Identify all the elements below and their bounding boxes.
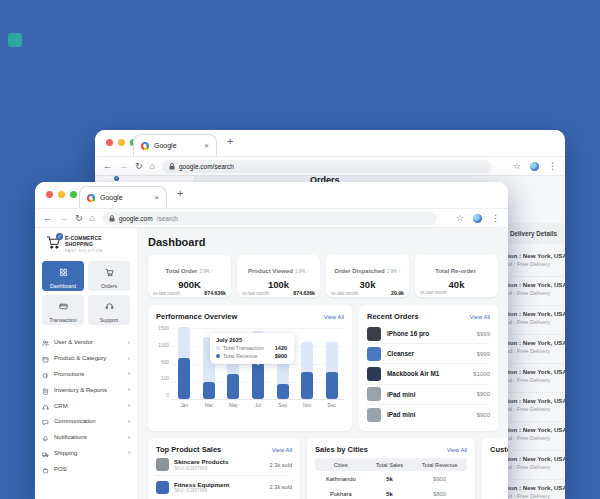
delivery-method: od : Free Delivery xyxy=(506,290,563,296)
stat-delta: 2.9% ↑ xyxy=(199,269,213,274)
sidebar-button-label: Transaction xyxy=(49,317,76,323)
delivery-method: od : Free Delivery xyxy=(506,464,563,470)
sidebar-item-user-vendor[interactable]: User & Vendor › xyxy=(42,335,130,351)
bookmark-star-icon[interactable]: ☆ xyxy=(513,162,521,171)
delivery-location: tion : New York, USA xyxy=(506,281,563,288)
delivery-location: tion : New York, USA xyxy=(506,426,563,433)
product-name: Mackbook Air M1 xyxy=(387,370,439,377)
delivery-method: od : Free Delivery xyxy=(506,406,563,412)
forward-nav-icon[interactable]: → xyxy=(59,214,68,223)
forward-nav-icon[interactable]: → xyxy=(119,162,128,171)
product-thumbnail xyxy=(156,458,169,471)
delivery-row: tion : New York, USA od : Free Delivery xyxy=(506,393,563,422)
performance-view-all-link[interactable]: View All xyxy=(324,314,344,320)
profile-avatar[interactable] xyxy=(530,162,539,171)
profile-avatar[interactable] xyxy=(473,214,482,223)
x-tick-label: May xyxy=(221,400,246,408)
delivery-method: od : Free Delivery xyxy=(506,319,563,325)
google-favicon-icon xyxy=(87,194,95,202)
product-name: Skincare Products xyxy=(174,458,228,465)
stat-note: vs.last month xyxy=(242,291,269,296)
browser-tab[interactable]: Google × xyxy=(79,186,167,208)
sidebar-button-support[interactable]: Support xyxy=(88,295,130,325)
url-path-text: /search xyxy=(157,215,178,222)
tab-close-icon[interactable]: × xyxy=(154,194,159,202)
url-bar[interactable]: google.com/search xyxy=(102,212,437,225)
tab-title: Google xyxy=(154,142,177,149)
close-window-button[interactable] xyxy=(46,191,53,198)
sales-by-cities-view-all-link[interactable]: View All xyxy=(447,447,467,453)
delivery-method: od : Free Delivery xyxy=(506,435,563,441)
stat-note-value: 20.9k xyxy=(391,290,404,296)
sidebar-button-transaction[interactable]: Transaction xyxy=(42,295,84,325)
product-name: Cleanser xyxy=(387,350,414,357)
delivery-location: tion : New York, USA xyxy=(506,484,563,491)
minimize-window-button[interactable] xyxy=(58,191,65,198)
sidebar-item-inventory-reports[interactable]: Inventory & Reports › xyxy=(42,382,130,398)
product-thumbnail xyxy=(367,408,381,422)
chart-y-axis: 150010005001000 xyxy=(156,328,172,400)
reload-icon[interactable]: ↻ xyxy=(135,162,143,171)
product-thumbnail xyxy=(367,367,381,381)
logo-check-badge: ✓ xyxy=(56,233,63,240)
home-icon[interactable]: ⌂ xyxy=(90,214,95,223)
tab-close-icon[interactable]: × xyxy=(204,142,209,150)
close-window-button[interactable] xyxy=(106,139,113,146)
sidebar-button-dashboard[interactable]: Dashboard xyxy=(42,261,84,291)
sidebar-item-label: Communication xyxy=(54,418,96,424)
sidebar-menu: User & Vendor › Product & Category › Pro… xyxy=(42,335,130,477)
minimize-window-button[interactable] xyxy=(118,139,125,146)
maximize-window-button[interactable] xyxy=(70,191,77,198)
stat-label: Total Re-order xyxy=(435,268,476,274)
sidebar-item-label: User & Vendor xyxy=(54,339,93,345)
reload-icon[interactable]: ↻ xyxy=(75,214,83,223)
chart-bar-group-dec[interactable] xyxy=(319,328,344,399)
traffic-lights[interactable] xyxy=(46,191,77,198)
sidebar-item-label: Product & Category xyxy=(54,355,106,361)
city-table-row: Pokhara 5k $800 xyxy=(315,486,467,499)
sidebar-item-pos[interactable]: POS xyxy=(42,461,130,477)
sidebar-button-orders[interactable]: Orders xyxy=(88,261,130,291)
logo-line2: SHOPPING xyxy=(65,242,103,248)
delivery-details-list: tion : New York, USA od : Free Deliveryt… xyxy=(506,248,563,499)
sidebar-item-notifications[interactable]: Notifications › xyxy=(42,429,130,445)
bag-icon xyxy=(42,460,49,478)
delivery-row: tion : New York, USA od : Free Delivery xyxy=(506,364,563,393)
sidebar-item-communication[interactable]: Communication › xyxy=(42,413,130,429)
product-sku: SKU: GJ957689 xyxy=(174,488,229,493)
recent-orders-view-all-link[interactable]: View All xyxy=(470,314,490,320)
revenue-bar xyxy=(178,358,190,399)
delivery-method: od : Free Delivery xyxy=(506,348,563,354)
city-name: Kathmandu xyxy=(315,476,367,482)
sidebar-item-label: Promotions xyxy=(54,371,84,377)
product-price: $900 xyxy=(477,391,490,397)
back-window-toolbar: ← → ↻ ⌂ google.com/search ☆ ⋮ xyxy=(95,156,565,175)
top-product-item: Skincare Products SKU: GJ957689 2.3k sol… xyxy=(156,454,292,476)
kebab-menu-icon[interactable]: ⋮ xyxy=(548,162,557,171)
sidebar-item-product-category[interactable]: Product & Category › xyxy=(42,350,130,366)
browser-tab[interactable]: Google × xyxy=(133,134,217,156)
back-nav-icon[interactable]: ← xyxy=(103,162,112,171)
chart-bar-group-nov[interactable] xyxy=(295,328,320,399)
home-icon[interactable]: ⌂ xyxy=(150,162,155,171)
recent-orders-list: iPhone 16 pro $999 Cleanser $999 Mackboo… xyxy=(367,324,490,425)
back-window-titlebar: Google × + xyxy=(95,130,565,156)
new-tab-button[interactable]: + xyxy=(227,136,233,147)
product-price: $999 xyxy=(477,331,490,337)
revenue-bar xyxy=(227,374,239,399)
bookmark-star-icon[interactable]: ☆ xyxy=(456,214,464,223)
sidebar-item-shipping[interactable]: Shipping › xyxy=(42,445,130,461)
chevron-right-icon: › xyxy=(128,449,130,456)
sidebar-item-crm[interactable]: CRM › xyxy=(42,398,130,414)
logo-tagline: FAST SOLUTION xyxy=(65,249,103,253)
top-products-view-all-link[interactable]: View All xyxy=(272,447,292,453)
chart-bar-group-jan[interactable] xyxy=(172,328,197,399)
url-bar[interactable]: google.com/search xyxy=(162,160,492,173)
sidebar-item-promotions[interactable]: Promotions › xyxy=(42,366,130,382)
product-price: $999 xyxy=(477,351,490,357)
kebab-menu-icon[interactable]: ⋮ xyxy=(491,214,500,223)
x-tick-label: Jan xyxy=(172,400,197,408)
chevron-right-icon: › xyxy=(128,339,130,346)
new-tab-button[interactable]: + xyxy=(177,188,183,199)
back-nav-icon[interactable]: ← xyxy=(43,214,52,223)
